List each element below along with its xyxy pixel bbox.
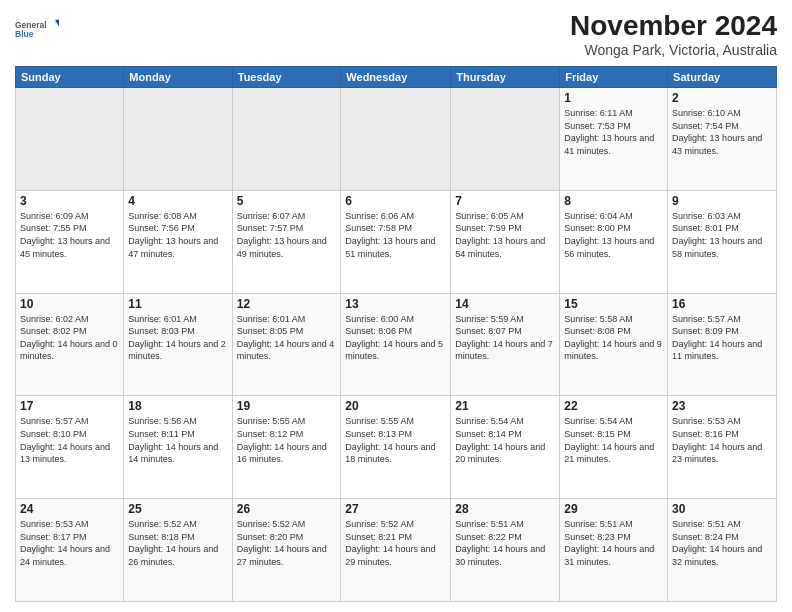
day-info: Sunrise: 5:53 AM Sunset: 8:16 PM Dayligh… <box>672 415 772 465</box>
day-number: 18 <box>128 399 227 413</box>
header-monday: Monday <box>124 67 232 88</box>
day-info: Sunrise: 6:01 AM Sunset: 8:03 PM Dayligh… <box>128 313 227 363</box>
day-number: 30 <box>672 502 772 516</box>
day-number: 7 <box>455 194 555 208</box>
day-number: 29 <box>564 502 663 516</box>
week-row-3: 17Sunrise: 5:57 AM Sunset: 8:10 PM Dayli… <box>16 396 777 499</box>
cell-3-4: 21Sunrise: 5:54 AM Sunset: 8:14 PM Dayli… <box>451 396 560 499</box>
day-info: Sunrise: 6:08 AM Sunset: 7:56 PM Dayligh… <box>128 210 227 260</box>
cell-3-5: 22Sunrise: 5:54 AM Sunset: 8:15 PM Dayli… <box>560 396 668 499</box>
day-info: Sunrise: 6:02 AM Sunset: 8:02 PM Dayligh… <box>20 313 119 363</box>
day-info: Sunrise: 5:56 AM Sunset: 8:11 PM Dayligh… <box>128 415 227 465</box>
logo: General Blue <box>15 10 60 50</box>
logo-svg: General Blue <box>15 10 60 50</box>
header-row: Sunday Monday Tuesday Wednesday Thursday… <box>16 67 777 88</box>
svg-text:Blue: Blue <box>15 29 34 39</box>
cell-0-0 <box>16 88 124 191</box>
day-info: Sunrise: 5:52 AM Sunset: 8:18 PM Dayligh… <box>128 518 227 568</box>
day-info: Sunrise: 5:58 AM Sunset: 8:08 PM Dayligh… <box>564 313 663 363</box>
cell-1-1: 4Sunrise: 6:08 AM Sunset: 7:56 PM Daylig… <box>124 190 232 293</box>
cell-2-0: 10Sunrise: 6:02 AM Sunset: 8:02 PM Dayli… <box>16 293 124 396</box>
day-number: 24 <box>20 502 119 516</box>
page: General Blue November 2024 Wonga Park, V… <box>0 0 792 612</box>
cell-1-6: 9Sunrise: 6:03 AM Sunset: 8:01 PM Daylig… <box>668 190 777 293</box>
header-tuesday: Tuesday <box>232 67 341 88</box>
cell-2-1: 11Sunrise: 6:01 AM Sunset: 8:03 PM Dayli… <box>124 293 232 396</box>
cell-3-0: 17Sunrise: 5:57 AM Sunset: 8:10 PM Dayli… <box>16 396 124 499</box>
day-info: Sunrise: 5:55 AM Sunset: 8:12 PM Dayligh… <box>237 415 337 465</box>
cell-0-6: 2Sunrise: 6:10 AM Sunset: 7:54 PM Daylig… <box>668 88 777 191</box>
day-info: Sunrise: 5:57 AM Sunset: 8:09 PM Dayligh… <box>672 313 772 363</box>
calendar-table: Sunday Monday Tuesday Wednesday Thursday… <box>15 66 777 602</box>
day-info: Sunrise: 5:51 AM Sunset: 8:22 PM Dayligh… <box>455 518 555 568</box>
day-number: 19 <box>237 399 337 413</box>
day-number: 3 <box>20 194 119 208</box>
day-number: 25 <box>128 502 227 516</box>
cell-1-2: 5Sunrise: 6:07 AM Sunset: 7:57 PM Daylig… <box>232 190 341 293</box>
day-info: Sunrise: 5:52 AM Sunset: 8:20 PM Dayligh… <box>237 518 337 568</box>
header-thursday: Thursday <box>451 67 560 88</box>
day-info: Sunrise: 6:01 AM Sunset: 8:05 PM Dayligh… <box>237 313 337 363</box>
day-info: Sunrise: 5:57 AM Sunset: 8:10 PM Dayligh… <box>20 415 119 465</box>
day-info: Sunrise: 6:11 AM Sunset: 7:53 PM Dayligh… <box>564 107 663 157</box>
week-row-0: 1Sunrise: 6:11 AM Sunset: 7:53 PM Daylig… <box>16 88 777 191</box>
cell-1-0: 3Sunrise: 6:09 AM Sunset: 7:55 PM Daylig… <box>16 190 124 293</box>
day-info: Sunrise: 6:06 AM Sunset: 7:58 PM Dayligh… <box>345 210 446 260</box>
day-number: 4 <box>128 194 227 208</box>
cell-4-5: 29Sunrise: 5:51 AM Sunset: 8:23 PM Dayli… <box>560 499 668 602</box>
cell-4-2: 26Sunrise: 5:52 AM Sunset: 8:20 PM Dayli… <box>232 499 341 602</box>
day-info: Sunrise: 5:54 AM Sunset: 8:14 PM Dayligh… <box>455 415 555 465</box>
header: General Blue November 2024 Wonga Park, V… <box>15 10 777 58</box>
cell-0-2 <box>232 88 341 191</box>
cell-4-6: 30Sunrise: 5:51 AM Sunset: 8:24 PM Dayli… <box>668 499 777 602</box>
cell-1-4: 7Sunrise: 6:05 AM Sunset: 7:59 PM Daylig… <box>451 190 560 293</box>
day-number: 6 <box>345 194 446 208</box>
week-row-2: 10Sunrise: 6:02 AM Sunset: 8:02 PM Dayli… <box>16 293 777 396</box>
day-number: 16 <box>672 297 772 311</box>
calendar-body: 1Sunrise: 6:11 AM Sunset: 7:53 PM Daylig… <box>16 88 777 602</box>
day-info: Sunrise: 6:05 AM Sunset: 7:59 PM Dayligh… <box>455 210 555 260</box>
cell-2-6: 16Sunrise: 5:57 AM Sunset: 8:09 PM Dayli… <box>668 293 777 396</box>
day-number: 22 <box>564 399 663 413</box>
cell-4-3: 27Sunrise: 5:52 AM Sunset: 8:21 PM Dayli… <box>341 499 451 602</box>
calendar-header: Sunday Monday Tuesday Wednesday Thursday… <box>16 67 777 88</box>
day-number: 15 <box>564 297 663 311</box>
week-row-4: 24Sunrise: 5:53 AM Sunset: 8:17 PM Dayli… <box>16 499 777 602</box>
day-number: 14 <box>455 297 555 311</box>
cell-0-5: 1Sunrise: 6:11 AM Sunset: 7:53 PM Daylig… <box>560 88 668 191</box>
cell-2-2: 12Sunrise: 6:01 AM Sunset: 8:05 PM Dayli… <box>232 293 341 396</box>
day-number: 11 <box>128 297 227 311</box>
day-number: 20 <box>345 399 446 413</box>
cell-2-5: 15Sunrise: 5:58 AM Sunset: 8:08 PM Dayli… <box>560 293 668 396</box>
cell-1-3: 6Sunrise: 6:06 AM Sunset: 7:58 PM Daylig… <box>341 190 451 293</box>
day-number: 27 <box>345 502 446 516</box>
cell-2-4: 14Sunrise: 5:59 AM Sunset: 8:07 PM Dayli… <box>451 293 560 396</box>
week-row-1: 3Sunrise: 6:09 AM Sunset: 7:55 PM Daylig… <box>16 190 777 293</box>
day-number: 13 <box>345 297 446 311</box>
cell-2-3: 13Sunrise: 6:00 AM Sunset: 8:06 PM Dayli… <box>341 293 451 396</box>
day-number: 5 <box>237 194 337 208</box>
header-wednesday: Wednesday <box>341 67 451 88</box>
cell-3-1: 18Sunrise: 5:56 AM Sunset: 8:11 PM Dayli… <box>124 396 232 499</box>
page-title: November 2024 <box>570 10 777 42</box>
cell-0-3 <box>341 88 451 191</box>
day-number: 26 <box>237 502 337 516</box>
day-info: Sunrise: 5:51 AM Sunset: 8:23 PM Dayligh… <box>564 518 663 568</box>
day-info: Sunrise: 5:54 AM Sunset: 8:15 PM Dayligh… <box>564 415 663 465</box>
day-info: Sunrise: 5:52 AM Sunset: 8:21 PM Dayligh… <box>345 518 446 568</box>
day-info: Sunrise: 6:04 AM Sunset: 8:00 PM Dayligh… <box>564 210 663 260</box>
day-info: Sunrise: 5:53 AM Sunset: 8:17 PM Dayligh… <box>20 518 119 568</box>
day-number: 1 <box>564 91 663 105</box>
day-number: 2 <box>672 91 772 105</box>
cell-0-4 <box>451 88 560 191</box>
header-sunday: Sunday <box>16 67 124 88</box>
day-info: Sunrise: 5:55 AM Sunset: 8:13 PM Dayligh… <box>345 415 446 465</box>
day-number: 21 <box>455 399 555 413</box>
day-number: 8 <box>564 194 663 208</box>
title-block: November 2024 Wonga Park, Victoria, Aust… <box>570 10 777 58</box>
svg-text:General: General <box>15 20 47 30</box>
day-number: 23 <box>672 399 772 413</box>
cell-3-3: 20Sunrise: 5:55 AM Sunset: 8:13 PM Dayli… <box>341 396 451 499</box>
day-info: Sunrise: 5:59 AM Sunset: 8:07 PM Dayligh… <box>455 313 555 363</box>
day-info: Sunrise: 6:03 AM Sunset: 8:01 PM Dayligh… <box>672 210 772 260</box>
